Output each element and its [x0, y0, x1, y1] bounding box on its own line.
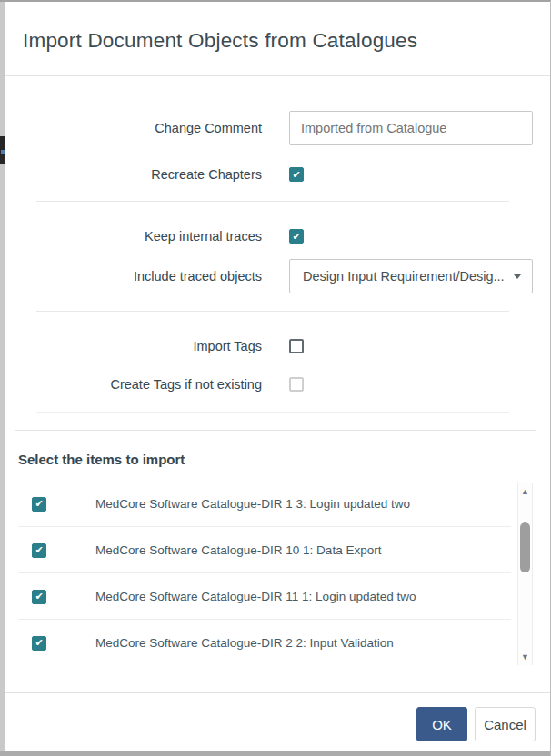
- item-checkbox[interactable]: [32, 543, 46, 558]
- background-page-bottom-edge: [0, 751, 550, 756]
- change-comment-label: Change Comment: [0, 121, 262, 135]
- create-tags-checkbox: [289, 377, 304, 392]
- recreate-chapters-label: Recreate Chapters: [0, 167, 262, 182]
- chevron-down-icon: [514, 274, 521, 279]
- keep-internal-traces-row: Keep internal traces: [0, 227, 536, 245]
- items-section-heading: Select the items to import: [18, 452, 185, 467]
- item-label: MedCore Software Catalogue-DIR 10 1: Dat…: [95, 543, 381, 557]
- recreate-chapters-row: Recreate Chapters: [0, 165, 536, 184]
- include-traced-objects-select[interactable]: Design Input Requirement/Desig...: [289, 259, 533, 293]
- ok-button[interactable]: OK: [416, 707, 467, 741]
- background-blue-dash: [1, 150, 5, 154]
- divider: [36, 201, 509, 202]
- import-tags-row: Import Tags: [0, 337, 536, 355]
- include-traced-objects-label: Include traced objects: [0, 269, 262, 284]
- include-traced-objects-selected-value: Design Input Requirement/Desig...: [303, 269, 506, 284]
- item-checkbox[interactable]: [32, 590, 46, 604]
- item-checkbox[interactable]: [32, 497, 46, 512]
- change-comment-row: Change Comment: [0, 111, 536, 145]
- import-tags-label: Import Tags: [0, 339, 262, 353]
- scroll-up-icon[interactable]: ▲: [518, 487, 532, 496]
- divider: [36, 311, 509, 312]
- list-item[interactable]: MedCore Software Catalogue-DIR 11 1: Log…: [18, 573, 511, 620]
- keep-internal-traces-checkbox[interactable]: [289, 229, 304, 244]
- list-item[interactable]: MedCore Software Catalogue-DIR 10 1: Dat…: [18, 527, 511, 573]
- scrollbar-thumb[interactable]: [520, 522, 530, 572]
- list-item[interactable]: MedCore Software Catalogue-DIR 2 2: Inpu…: [18, 620, 511, 666]
- include-traced-objects-row: Include traced objects Design Input Requ…: [0, 259, 536, 293]
- background-page-left-edge: [0, 2, 5, 756]
- recreate-chapters-checkbox[interactable]: [289, 167, 304, 182]
- change-comment-input[interactable]: [289, 111, 533, 145]
- section-divider: [15, 430, 536, 431]
- scroll-down-icon[interactable]: ▼: [518, 652, 532, 662]
- item-label: MedCore Software Catalogue-DIR 1 3: Logi…: [95, 497, 410, 511]
- create-tags-label: Create Tags if not existing: [0, 377, 262, 392]
- item-checkbox[interactable]: [32, 636, 46, 651]
- divider: [36, 412, 509, 413]
- item-label: MedCore Software Catalogue-DIR 11 1: Log…: [95, 590, 416, 603]
- cancel-button[interactable]: Cancel: [475, 707, 536, 741]
- list-scrollbar[interactable]: ▲ ▼: [517, 483, 533, 665]
- footer-divider: [0, 692, 551, 693]
- header-divider: [0, 75, 551, 76]
- create-tags-row: Create Tags if not existing: [0, 375, 536, 393]
- list-item[interactable]: MedCore Software Catalogue-DIR 1 3: Logi…: [18, 481, 511, 527]
- import-tags-checkbox[interactable]: [289, 339, 304, 353]
- item-label: MedCore Software Catalogue-DIR 2 2: Inpu…: [95, 636, 394, 650]
- keep-internal-traces-label: Keep internal traces: [0, 229, 262, 244]
- dialog-title: Import Document Objects from Catalogues: [23, 29, 417, 53]
- import-dialog: Import Document Objects from Catalogues …: [0, 0, 551, 756]
